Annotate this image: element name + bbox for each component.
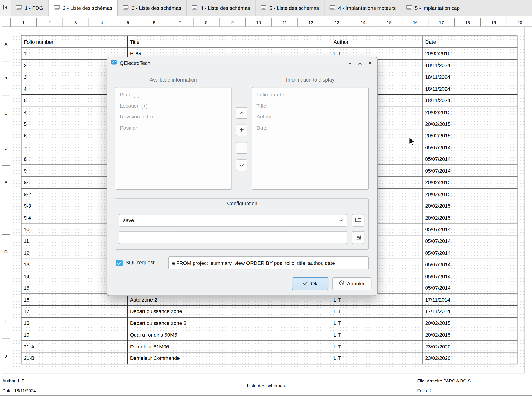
folio-table-cell-date: 20/02/2015 (423, 200, 517, 212)
add-button[interactable] (236, 125, 247, 136)
folio-table-cell-date: 20/02/2015 (423, 48, 517, 60)
qelectrotech-window: 1 - PDG2 - Liste des schémas3 - Liste de… (0, 0, 532, 400)
column-ruler-cell: 7 (167, 18, 193, 26)
move-up-button[interactable] (236, 107, 247, 119)
folio-tab-7[interactable]: 5 - Implantation cap (401, 0, 465, 16)
row-ruler-cell: C (2, 96, 10, 131)
title-block-title: Liste des schémas (117, 376, 415, 395)
move-down-button[interactable] (236, 159, 247, 171)
folio-tab-6[interactable]: 4 - Implantations moteurs (324, 0, 401, 16)
minimize-button[interactable] (347, 59, 354, 67)
folio-table-row[interactable]: 21-ADemeleur 51M06L.T23/02/2020 (21, 341, 517, 352)
folio-tab-4[interactable]: 4 - Liste des schémas (187, 0, 256, 16)
column-ruler-cell: 8 (193, 18, 219, 26)
folio-table-cell-date: 20/02/2015 (423, 130, 517, 142)
scroll-to-first-tab-button[interactable] (0, 0, 11, 16)
folio-table-row[interactable]: 19Quai a rondins 50M6L.T20/02/2015 (21, 329, 517, 341)
chevron-down-icon (348, 60, 352, 66)
cancel-button[interactable]: Annuler (332, 277, 371, 290)
chevron-down-icon (339, 219, 343, 222)
column-ruler-cell: 10 (246, 18, 272, 26)
available-list[interactable]: Plant (=)Location (+)Revision indexPosit… (115, 87, 232, 190)
title-block: Author: L.T Date: 18/11/2024 Liste des s… (0, 376, 532, 396)
close-button[interactable] (366, 59, 374, 67)
display-list-item[interactable]: Title (252, 100, 368, 111)
configuration-label: Configuration (107, 200, 377, 206)
available-list-item[interactable]: Plant (=) (115, 89, 232, 100)
sql-request-input[interactable] (168, 256, 369, 269)
folio-table-cell-author: L.T (331, 353, 423, 364)
folio-table-header: Folio numberTitleAuthorDate (21, 36, 517, 48)
folio-tab-3[interactable]: 3 - Liste des schémas (118, 0, 187, 16)
available-information-label: Available information (115, 77, 232, 82)
folio-table-cell-date: 23/02/2020 (423, 341, 517, 352)
close-icon (368, 60, 372, 66)
minus-icon (239, 145, 244, 151)
column-ruler-cell: 2 (37, 18, 63, 26)
folio-table-cell-date: 20/02/2015 (423, 212, 517, 224)
title-block-date: Date: 18/11/2024 (0, 386, 117, 395)
folio-tab-1[interactable]: 1 - PDG (11, 0, 49, 16)
folio-tab-5[interactable]: 5 - Liste des schémas (255, 0, 324, 16)
row-ruler-cell: D (2, 131, 10, 165)
folio-table-cell-folio: 17 (21, 306, 127, 317)
display-list-item[interactable]: Date (252, 122, 368, 133)
tab-label: 5 - Liste des schémas (269, 5, 319, 11)
configuration-name-input[interactable] (119, 231, 348, 244)
chevron-up-icon (239, 110, 244, 116)
column-ruler-cell: 17 (429, 18, 455, 26)
save-icon (355, 234, 361, 241)
column-ruler-cell: 9 (220, 18, 246, 26)
maximize-button[interactable] (356, 59, 364, 67)
folio-table-cell-date: 20/02/2015 (423, 118, 517, 130)
ok-button[interactable]: Ok (292, 277, 329, 290)
folio-tab-icon (54, 6, 60, 11)
column-ruler-cell: 20 (507, 18, 532, 26)
display-list-item[interactable]: Folio number (252, 89, 368, 100)
available-list-item[interactable]: Revision index (115, 111, 232, 122)
configuration-combobox[interactable]: save (119, 214, 348, 227)
column-ruler-cell: 18 (455, 18, 481, 26)
folio-tab-2[interactable]: 2 - Liste des schémas (49, 0, 118, 16)
folio-table-cell-date: 20/02/2015 (423, 177, 517, 188)
sql-request-checkbox[interactable] (116, 260, 122, 266)
folio-list-settings-dialog: QElectroTech Available information Infor… (107, 57, 378, 296)
title-block-left: Author: L.T Date: 18/11/2024 (0, 376, 117, 395)
save-configuration-button[interactable] (352, 231, 364, 244)
available-list-item[interactable]: Position (115, 122, 232, 133)
folio-table-cell-date: 18/11/2024 (423, 95, 517, 106)
folio-table-cell-folio: 21-A (21, 341, 127, 352)
display-list[interactable]: Folio numberTitleAuthorDate (252, 87, 369, 190)
display-list-item[interactable]: Author (252, 111, 368, 122)
row-ruler-cell: H (2, 269, 10, 304)
folio-table-cell-folio: 19 (21, 329, 127, 341)
dialog-title: QElectroTech (120, 60, 150, 66)
row-ruler-cell: G (2, 235, 10, 269)
folio-table-cell-date: 05/07/2014 (423, 142, 517, 153)
qelectrotech-app-icon (111, 60, 117, 66)
tab-label: 3 - Liste des schémas (132, 5, 181, 11)
folio-tab-icon (16, 6, 22, 11)
dialog-window-controls (347, 59, 374, 67)
folio-table-cell-date: 05/07/2014 (423, 165, 517, 177)
configuration-combobox-value: save (123, 218, 134, 223)
folio-table-cell-author: L.T (331, 341, 423, 352)
available-list-item[interactable]: Location (+) (115, 100, 232, 111)
folio-table-row[interactable]: 18Depart puissance zone 2L.T20/02/2015 (21, 317, 517, 329)
tab-label: 1 - PDG (25, 5, 43, 11)
folio-table-row[interactable]: 17Depart puissance zone 1L.T17/11/2014 (21, 306, 517, 317)
folio-table-row[interactable]: 21-BDemeleur CommandeL.T23/02/2020 (21, 353, 517, 364)
folio-table-header-cell: Folio number (21, 36, 127, 48)
folio-tab-icon (406, 6, 412, 11)
top-ruler: 1234567891011121314151617181920 (10, 18, 532, 27)
tab-label: 4 - Implantations moteurs (338, 5, 396, 11)
folio-table-header-cell: Date (423, 36, 517, 48)
folio-table-cell-date: 05/07/2014 (423, 259, 517, 270)
open-configuration-button[interactable] (352, 214, 364, 227)
folio-table-cell-date: 18/11/2024 (423, 71, 517, 83)
remove-button[interactable] (236, 142, 247, 154)
title-block-author: Author: L.T (0, 376, 117, 386)
cancel-button-label: Annuler (347, 281, 365, 287)
separator (115, 193, 369, 193)
dialog-titlebar[interactable]: QElectroTech (107, 57, 377, 69)
